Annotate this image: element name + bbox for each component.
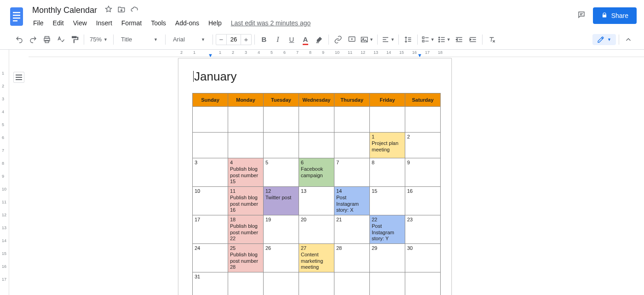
calendar-cell[interactable]: 28 (334, 244, 370, 272)
day-header: Sunday (193, 93, 228, 107)
print-button[interactable] (40, 33, 53, 46)
checklist-button[interactable]: ▼ (420, 33, 436, 46)
calendar-cell[interactable]: 26 (264, 244, 299, 272)
calendar-cell[interactable]: 7 (334, 158, 370, 187)
move-icon[interactable] (117, 5, 126, 15)
last-edit-link[interactable]: Last edit was 2 minutes ago (231, 19, 311, 27)
calendar-cell[interactable] (193, 133, 228, 158)
canvas-area[interactable]: ▼ ▼ 21123456789101112131415161718 Januar… (29, 50, 644, 295)
calendar-cell[interactable]: 18Publish blog post number 22 (228, 215, 264, 244)
insert-link-button[interactable] (332, 33, 345, 46)
menu-insert[interactable]: Insert (92, 17, 116, 29)
calendar-cell[interactable]: 15 (370, 187, 405, 215)
calendar-cell[interactable]: 2 (405, 133, 441, 158)
align-button[interactable]: ▼ (380, 33, 396, 46)
calendar-cell[interactable]: 3 (193, 158, 228, 187)
svg-point-15 (438, 41, 439, 42)
calendar-table[interactable]: SundayMondayTuesdayWednesdayThursdayFrid… (192, 93, 441, 295)
spellcheck-button[interactable] (54, 33, 67, 46)
calendar-cell[interactable]: 8 (370, 158, 405, 187)
calendar-cell[interactable] (299, 272, 334, 295)
redo-button[interactable] (27, 33, 40, 46)
star-icon[interactable] (104, 5, 113, 15)
calendar-cell[interactable]: 6Facebook campaign (299, 158, 334, 187)
calendar-cell[interactable]: 30 (405, 244, 441, 272)
insert-comment-button[interactable] (345, 33, 358, 46)
calendar-cell[interactable] (334, 133, 370, 158)
clear-formatting-button[interactable] (485, 33, 498, 46)
calendar-cell[interactable]: 20 (299, 215, 334, 244)
calendar-cell[interactable]: 29 (370, 244, 405, 272)
increase-indent-button[interactable] (466, 33, 479, 46)
document-title[interactable]: Monthly Calendar (29, 5, 100, 16)
calendar-cell[interactable]: 17 (193, 215, 228, 244)
calendar-cell[interactable]: 4Publish blog post number 15 (228, 158, 264, 187)
menu-help[interactable]: Help (205, 17, 225, 29)
calendar-cell[interactable]: 31 (193, 272, 228, 295)
paint-format-button[interactable] (68, 33, 81, 46)
zoom-select[interactable]: 75%▼ (87, 36, 110, 43)
editing-mode-button[interactable]: ▼ (592, 34, 616, 45)
calendar-cell[interactable]: 19 (264, 215, 299, 244)
bold-button[interactable]: B (258, 33, 270, 46)
decrease-font-button[interactable]: − (216, 35, 226, 43)
increase-font-button[interactable]: + (241, 35, 251, 43)
menu-edit[interactable]: Edit (49, 17, 68, 29)
collapse-toolbar-button[interactable] (622, 33, 635, 46)
right-indent-marker[interactable]: ▼ (417, 52, 422, 58)
document-page[interactable]: January SundayMondayTuesdayWednesdayThur… (178, 58, 452, 295)
decrease-indent-button[interactable] (453, 33, 466, 46)
horizontal-ruler[interactable]: ▼ ▼ 21123456789101112131415161718 (29, 50, 644, 57)
calendar-cell[interactable]: 16 (405, 187, 441, 215)
menu-file[interactable]: File (29, 17, 47, 29)
calendar-cell[interactable]: 11Publish blog post number 16 (228, 187, 264, 215)
calendar-cell[interactable]: 13 (299, 187, 334, 215)
text-color-button[interactable]: A (299, 33, 312, 46)
font-select[interactable]: Arial▼ (168, 36, 210, 43)
underline-button[interactable]: U (285, 33, 298, 46)
bulleted-list-button[interactable]: ▼ (437, 33, 452, 46)
share-button[interactable]: Share (593, 7, 637, 24)
day-header: Tuesday (264, 93, 299, 107)
menu-tools[interactable]: Tools (147, 17, 170, 29)
outline-toggle-icon[interactable] (13, 72, 24, 83)
vertical-ruler[interactable]: 1234567891011121314151617 (0, 50, 9, 295)
calendar-cell[interactable]: 22Post Instagram story: Y (370, 215, 405, 244)
day-header: Wednesday (299, 93, 334, 107)
font-size-input[interactable] (226, 35, 241, 45)
menu-add-ons[interactable]: Add-ons (172, 17, 203, 29)
cloud-status-icon[interactable] (130, 5, 138, 15)
calendar-cell[interactable] (228, 133, 264, 158)
calendar-cell[interactable]: 14Post Instagram story: X (334, 187, 370, 215)
calendar-cell[interactable] (370, 272, 405, 295)
calendar-cell[interactable] (228, 272, 264, 295)
menu-format[interactable]: Format (118, 17, 145, 29)
insert-image-button[interactable]: ▼ (359, 33, 374, 46)
calendar-cell[interactable]: 21 (334, 215, 370, 244)
menu-bar: FileEditViewInsertFormatToolsAdd-onsHelp… (29, 17, 577, 29)
left-indent-marker[interactable]: ▼ (208, 52, 213, 58)
calendar-cell[interactable]: 27Content marketing meeting (299, 244, 334, 272)
calendar-cell[interactable]: 25Publish blog post number 28 (228, 244, 264, 272)
calendar-cell[interactable]: 1Project plan meeting (370, 133, 405, 158)
calendar-cell[interactable] (264, 133, 299, 158)
calendar-cell[interactable]: 5 (264, 158, 299, 187)
calendar-cell[interactable] (334, 272, 370, 295)
docs-logo-icon[interactable] (8, 6, 25, 28)
calendar-cell[interactable]: 24 (193, 244, 228, 272)
calendar-cell[interactable] (264, 272, 299, 295)
month-heading[interactable]: January (192, 69, 437, 84)
calendar-cell[interactable]: 10 (193, 187, 228, 215)
undo-button[interactable] (13, 33, 26, 46)
paragraph-style-select[interactable]: Title▼ (116, 36, 162, 43)
calendar-cell[interactable] (405, 272, 441, 295)
italic-button[interactable]: I (271, 33, 284, 46)
calendar-cell[interactable]: 9 (405, 158, 441, 187)
line-spacing-button[interactable] (402, 33, 414, 46)
highlight-button[interactable] (313, 33, 326, 46)
calendar-cell[interactable]: 23 (405, 215, 441, 244)
menu-view[interactable]: View (69, 17, 91, 29)
comments-icon[interactable] (577, 11, 586, 21)
calendar-cell[interactable]: 12Twitter post (264, 187, 299, 215)
calendar-cell[interactable] (299, 133, 334, 158)
